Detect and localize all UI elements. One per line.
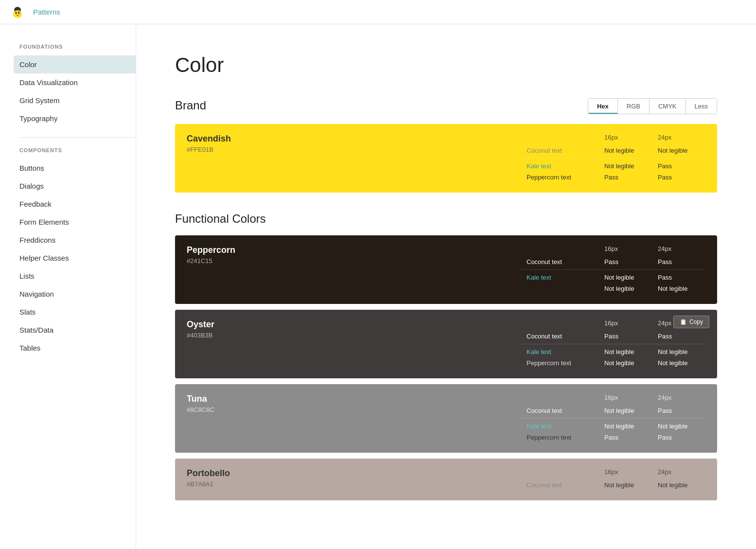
table-row: Kale textNot legiblePass: [521, 272, 705, 283]
swatch-table: 16px24pxCoconut textPassPassKale textNot…: [521, 319, 705, 369]
svg-point-3: [16, 12, 17, 13]
swatch-card-oyster: 📋 CopyOyster#403B3B16px24pxCoconut textP…: [175, 310, 717, 378]
foundations-section-label: FOUNDATIONS: [19, 44, 136, 50]
format-tab-hex[interactable]: Hex: [588, 99, 618, 114]
sidebar-item-grid-system[interactable]: Grid System: [19, 91, 136, 109]
brand-swatches: Cavendish#FFE01B16px24pxCoconut textNot …: [175, 124, 717, 193]
sidebar-item-color[interactable]: Color: [14, 55, 136, 73]
swatch-card-portobello: Portobello#B7A9A116px24pxCoconut textNot…: [175, 459, 717, 500]
swatch-table: 16px24pxCoconut textPassPassKale textNot…: [521, 245, 705, 294]
swatch-hex: #FFE01B: [187, 146, 231, 153]
sidebar-item-dialogs[interactable]: Dialogs: [19, 177, 136, 195]
format-tab-rgb[interactable]: RGB: [618, 99, 650, 114]
swatch-name: Peppercorn: [187, 245, 235, 255]
swatch-hex: #241C15: [187, 257, 235, 265]
sidebar-item-slats[interactable]: Slats: [19, 303, 136, 321]
sidebar-item-helper-classes[interactable]: Helper Classes: [19, 249, 136, 267]
swatch-table: 16px24pxCoconut textNot legiblePassKale …: [521, 394, 705, 443]
svg-point-7: [15, 9, 16, 10]
swatch-table: 16px24pxCoconut textNot legibleNot legib…: [521, 468, 705, 491]
sidebar-item-tables[interactable]: Tables: [19, 339, 136, 357]
swatch-hex: #403B3B: [187, 332, 214, 339]
swatch-card-cavendish: Cavendish#FFE01B16px24pxCoconut textNot …: [175, 124, 717, 193]
sidebar-item-form-elements[interactable]: Form Elements: [19, 213, 136, 231]
table-row: Peppercorn textPassPass: [521, 172, 705, 183]
page-title: Color: [175, 53, 717, 77]
svg-point-8: [19, 9, 20, 10]
swatch-name: Portobello: [187, 468, 230, 478]
swatch-card-tuna: Tuna#8C8C8C16px24pxCoconut textNot legib…: [175, 384, 717, 453]
svg-point-4: [19, 12, 20, 13]
table-row: Kale textNot legiblePass: [521, 160, 705, 172]
table-row: Coconut textNot legiblePass: [521, 404, 705, 416]
table-row: Coconut textPassPass: [521, 330, 705, 342]
format-tab-cmyk[interactable]: CMYK: [650, 99, 686, 114]
brand-section-title: Brand: [175, 99, 206, 112]
sidebar-item-data-visualization[interactable]: Data Visualization: [19, 73, 136, 91]
swatch-hex: #8C8C8C: [187, 406, 214, 413]
svg-point-5: [14, 12, 16, 14]
table-row: Coconut textNot legibleNot legible: [521, 144, 705, 156]
swatch-card-peppercorn: Peppercorn#241C1516px24pxCoconut textPas…: [175, 235, 717, 304]
swatch-name: Cavendish: [187, 134, 231, 144]
functional-section-title: Functional Colors: [175, 212, 717, 226]
components-nav: ButtonsDialogsFeedbackForm ElementsFredd…: [19, 159, 136, 357]
sidebar-item-stats/data[interactable]: Stats/Data: [19, 321, 136, 339]
swatch-hex: #B7A9A1: [187, 480, 230, 488]
page-layout: FOUNDATIONS ColorData VisualizationGrid …: [0, 24, 756, 549]
sidebar: FOUNDATIONS ColorData VisualizationGrid …: [0, 24, 136, 549]
patterns-nav-link[interactable]: Patterns: [33, 8, 60, 16]
table-row: Kale textNot legibleNot legible: [521, 346, 705, 357]
table-row: Not legibleNot legible: [521, 283, 705, 294]
brand-section-header: Brand HexRGBCMYKLess: [175, 96, 717, 114]
sidebar-item-typography[interactable]: Typography: [19, 109, 136, 127]
table-row: Coconut textNot legibleNot legible: [521, 478, 705, 491]
table-row: Peppercorn textNot legibleNot legible: [521, 357, 705, 369]
main-content: Color Brand HexRGBCMYKLess Cavendish#FFE…: [136, 24, 756, 549]
foundations-nav: ColorData VisualizationGrid SystemTypogr…: [19, 55, 136, 127]
table-row: Kale textNot legibleNot legible: [521, 421, 705, 432]
swatch-name: Tuna: [187, 394, 214, 404]
swatch-name: Oyster: [187, 319, 214, 330]
svg-point-6: [20, 12, 21, 14]
table-row: Peppercorn textPassPass: [521, 432, 705, 443]
format-tab-less[interactable]: Less: [686, 99, 717, 114]
sidebar-item-freddicons[interactable]: Freddicons: [19, 231, 136, 249]
logo-icon: [10, 4, 25, 20]
functional-swatches: Peppercorn#241C1516px24pxCoconut textPas…: [175, 235, 717, 500]
components-section-label: COMPONENTS: [19, 147, 136, 153]
sidebar-item-lists[interactable]: Lists: [19, 267, 136, 285]
swatch-table: 16px24pxCoconut textNot legibleNot legib…: [521, 134, 705, 183]
format-tabs: HexRGBCMYKLess: [588, 98, 717, 114]
sidebar-item-navigation[interactable]: Navigation: [19, 285, 136, 303]
sidebar-item-buttons[interactable]: Buttons: [19, 159, 136, 177]
sidebar-item-feedback[interactable]: Feedback: [19, 195, 136, 213]
sidebar-divider: [19, 137, 136, 138]
header: Patterns: [0, 0, 756, 24]
table-row: Coconut textPassPass: [521, 255, 705, 267]
